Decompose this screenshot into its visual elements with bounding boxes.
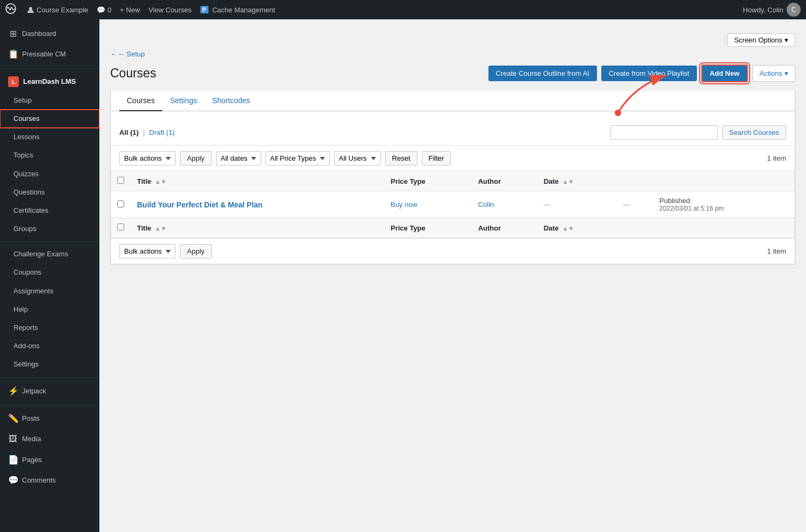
posts-icon: ✏️ [8,413,18,425]
row-author: Colin [472,191,537,218]
adminbar-view-courses[interactable]: View Courses [149,6,192,14]
sidebar-item-help[interactable]: Help [0,300,99,319]
sidebar-item-pressable-cm[interactable]: 📋 Pressable CM [0,44,99,64]
adminbar-howdy[interactable]: Howdy, Colin C [743,3,801,17]
pressable-cm-icon: 📋 [8,48,18,60]
sidebar-item-coupons[interactable]: Coupons [0,263,99,282]
header-author: Author [472,171,537,191]
header-extra2 [653,171,795,191]
tab-shortcodes[interactable]: Shortcodes [205,91,258,111]
sidebar-item-lessons[interactable]: Lessons [0,128,99,146]
adminbar-site-name[interactable]: Course Example [27,6,88,14]
media-icon: 🖼 [8,433,18,445]
sidebar-divider-1 [0,68,99,69]
items-count-top: 1 item [767,154,786,162]
sidebar-item-certificates[interactable]: Certificates [0,202,99,220]
sidebar-item-add-ons[interactable]: Add-ons [0,337,99,355]
apply-button-top[interactable]: Apply [180,151,212,166]
sidebar-item-quizzes[interactable]: Quizzes [0,165,99,183]
footer-title-sort-icon: ▲▼ [155,225,167,232]
sidebar-item-questions[interactable]: Questions [0,183,99,202]
pressable-icon: P [200,6,208,13]
sidebar-item-media[interactable]: 🖼 Media [0,429,99,449]
search-courses-button[interactable]: Search Courses [722,125,786,140]
filter-sep: | [143,128,145,136]
footer-date[interactable]: Date ▲▼ [537,218,617,238]
filter-all[interactable]: All (1) [119,128,139,136]
header-title[interactable]: Title ▲▼ [131,171,384,191]
footer-price-type: Price Type [384,218,472,238]
bulk-actions-select-bottom[interactable]: Bulk actions [119,244,176,258]
sidebar-item-comments[interactable]: 💬 Comments [0,470,99,491]
table-controls-bottom: Bulk actions Apply 1 item [111,238,795,264]
screen-options-button[interactable]: Screen Options ▾ [727,33,795,47]
courses-table: Title ▲▼ Price Type Author Date ▲▼ [111,171,795,238]
sidebar-item-settings[interactable]: Settings [0,355,99,373]
add-new-button[interactable]: Add New [701,64,749,82]
page-header: Courses Create Course Outline from AI Cr… [110,64,795,82]
sidebar-item-challenge-exams[interactable]: Challenge Exams [0,245,99,263]
tabs-bar: Courses Settings Shortcodes [111,91,795,111]
sidebar-item-jetpack[interactable]: ⚡ Jetpack [0,381,99,401]
apply-button-bottom[interactable]: Apply [180,244,212,258]
actions-dropdown-button[interactable]: Actions ▾ [752,65,795,82]
tab-courses[interactable]: Courses [119,91,162,111]
courses-content-box: Courses Settings Shortcodes All (1) | Dr… [110,91,795,264]
sidebar-item-reports[interactable]: Reports [0,319,99,337]
footer-extra1 [616,218,653,238]
header-extra1 [616,171,653,191]
create-outline-button[interactable]: Create Course Outline from AI [488,66,597,81]
sidebar-item-groups[interactable]: Groups [0,220,99,238]
pages-icon: 📄 [8,454,18,466]
sidebar-item-learndash[interactable]: L LearnDash LMS [0,72,99,91]
screen-options-bar: Screen Options ▾ [110,30,795,50]
chevron-down-icon: ▾ [785,69,788,77]
page-actions: Create Course Outline from AI Create fro… [488,64,795,82]
sidebar-item-topics[interactable]: Topics [0,146,99,164]
footer-title[interactable]: Title ▲▼ [131,218,384,238]
wp-logo-icon [5,3,16,17]
price-type-link[interactable]: Buy now [391,200,418,209]
row-select-checkbox[interactable] [117,200,124,207]
adminbar-new[interactable]: + New [120,6,140,14]
author-link[interactable]: Colin [478,200,494,209]
filter-draft[interactable]: Draft (1) [149,128,175,136]
sidebar-item-pages[interactable]: 📄 Pages [0,450,99,470]
tab-settings[interactable]: Settings [162,91,205,111]
filter-button[interactable]: Filter [422,151,451,166]
learndash-logo-icon: L [8,76,19,87]
select-all-checkbox-bottom[interactable] [117,224,124,231]
row-title: Build Your Perfect Diet & Meal Plan [131,191,384,218]
table-footer-row: Title ▲▼ Price Type Author Date ▲▼ [111,218,795,238]
create-playlist-button[interactable]: Create from Video Playlist [601,66,697,81]
sidebar-item-dashboard[interactable]: ⊞ Dashboard [0,24,99,44]
adminbar-right: Howdy, Colin C [743,3,801,17]
adminbar-cache-management[interactable]: P Cache Management [200,6,275,14]
table-row: Build Your Perfect Diet & Meal Plan Buy … [111,191,795,218]
select-all-checkbox-top[interactable] [117,177,124,184]
adminbar-comments[interactable]: 💬 0 [97,6,111,14]
header-date[interactable]: Date ▲▼ [537,171,617,191]
footer-author: Author [472,218,537,238]
page-title: Courses [110,66,156,81]
arrow-left-icon: ← [110,50,117,58]
sidebar-item-assignments[interactable]: Assignments [0,282,99,300]
sidebar-item-setup[interactable]: Setup [0,91,99,110]
sidebar-item-posts[interactable]: ✏️ Posts [0,408,99,429]
reset-button[interactable]: Reset [385,151,418,166]
all-dates-select[interactable]: All dates [216,151,261,166]
footer-extra2 [653,218,795,238]
filter-links: All (1) | Draft (1) [119,128,175,136]
page-layout: ⊞ Dashboard 📋 Pressable CM L LearnDash L… [0,19,806,532]
sidebar-item-courses[interactable]: Courses [0,110,99,128]
comment-icon: 💬 [97,6,105,14]
bulk-actions-select[interactable]: Bulk actions [119,151,176,166]
course-title-link[interactable]: Build Your Perfect Diet & Meal Plan [137,200,263,209]
row-price-type: Buy now [384,191,472,218]
search-input[interactable] [610,125,718,140]
all-users-select[interactable]: All Users [334,151,381,166]
all-price-types-select[interactable]: All Price Types [265,151,330,166]
setup-breadcrumb[interactable]: ← ← Setup [110,50,795,58]
dashboard-icon: ⊞ [8,28,18,40]
main-content: Screen Options ▾ ← ← Setup Courses Creat… [99,19,806,532]
